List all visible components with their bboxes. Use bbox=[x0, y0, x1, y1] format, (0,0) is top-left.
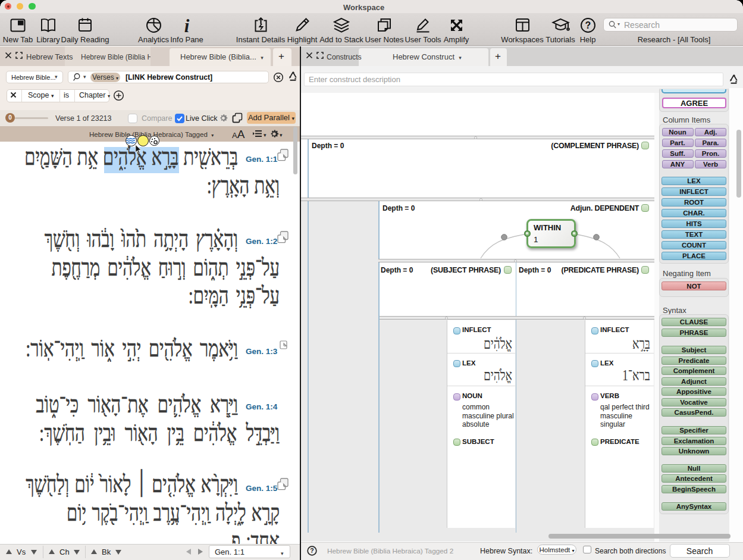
svg-text:?: ? bbox=[585, 20, 591, 30]
svg-text:?: ? bbox=[310, 547, 313, 554]
